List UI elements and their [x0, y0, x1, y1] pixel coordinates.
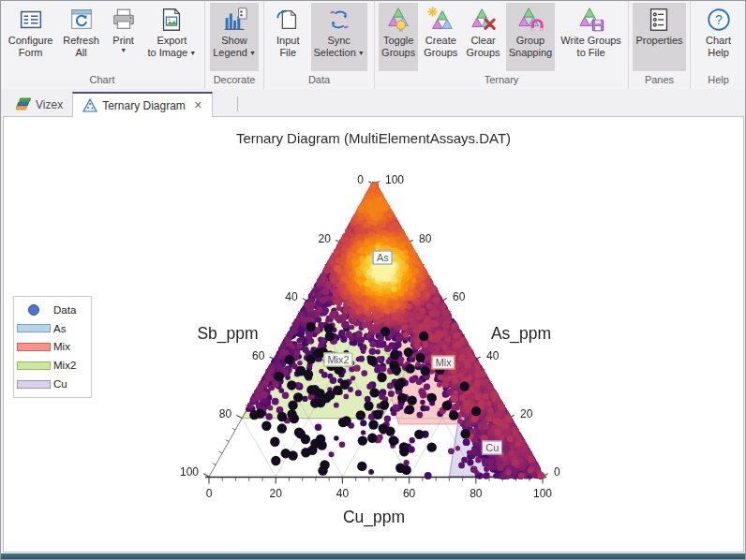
- chart-panel: Ternary Diagram (MultiElementAssays.DAT)…: [3, 116, 744, 553]
- data-point-marker: [28, 304, 39, 316]
- legend-item-mix: Mix: [14, 339, 91, 354]
- close-tab-icon[interactable]: ✕: [194, 99, 202, 111]
- button-label: Snapping: [509, 47, 553, 59]
- region-label-cu: Cu: [482, 440, 502, 454]
- document-tab-bar: Vizex Ternary Diagram ✕: [0, 89, 746, 116]
- left-axis-title: Sb_ppm: [197, 324, 258, 344]
- create-groups-button[interactable]: Create Groups: [421, 3, 460, 71]
- button-label: to Image: [147, 47, 187, 58]
- toggle-groups-icon: [384, 6, 412, 34]
- tab-ternary-diagram[interactable]: Ternary Diagram ✕: [72, 92, 213, 117]
- ribbon-group-data: Input File Sync Selection▼ Data: [264, 0, 375, 89]
- ternary-diagram-icon: [82, 98, 97, 112]
- button-label: All: [75, 47, 86, 59]
- button-label: Properties: [635, 35, 682, 47]
- svg-text:?: ?: [715, 12, 723, 27]
- button-label: Groups: [466, 47, 500, 59]
- configure-form-icon: [17, 6, 45, 34]
- button-label: Groups: [424, 47, 457, 59]
- ribbon-group-help: ? Chart Help Help: [691, 0, 746, 89]
- region-label-mix2: Mix2: [323, 353, 352, 367]
- button-label: Show: [221, 35, 247, 47]
- button-label: Sync: [327, 35, 350, 47]
- chart-help-icon: ?: [705, 6, 733, 34]
- tab-label: Ternary Diagram: [102, 99, 186, 112]
- group-label-chart: Chart: [0, 72, 204, 89]
- button-label: Configure: [8, 35, 53, 47]
- legend-item-cu: Cu: [14, 376, 91, 391]
- write-groups-to-file-icon: [577, 6, 605, 34]
- export-to-image-button[interactable]: Export to Image▼: [144, 3, 199, 71]
- mix-swatch: [17, 343, 51, 351]
- dropdown-caret-icon: ▼: [358, 50, 365, 56]
- right-axis-title: As_ppm: [491, 324, 551, 344]
- group-snapping-icon: [516, 6, 545, 34]
- button-label: Print: [112, 35, 134, 47]
- refresh-all-button[interactable]: Refresh All: [60, 3, 102, 71]
- sync-selection-icon: [325, 6, 353, 34]
- group-label-data: Data: [264, 72, 374, 89]
- legend-item-as: As: [14, 321, 91, 336]
- tab-label: Vizex: [36, 98, 63, 111]
- as-swatch: [17, 324, 51, 332]
- show-legend-icon: [220, 6, 248, 34]
- chart-help-button[interactable]: ? Chart Help: [702, 3, 736, 71]
- button-label: Toggle: [383, 35, 413, 47]
- button-label: Input: [276, 35, 299, 47]
- button-label: Groups: [381, 47, 415, 59]
- ribbon-group-ternary: Toggle Groups Create Groups: [375, 0, 629, 89]
- ribbon-group-panes: Properties Panes: [629, 0, 691, 89]
- group-label-panes: Panes: [629, 72, 690, 89]
- print-button[interactable]: Print ▼: [107, 3, 141, 71]
- button-label: Help: [708, 47, 729, 59]
- button-label: Clear: [470, 35, 495, 47]
- create-groups-icon: [426, 6, 455, 34]
- group-snapping-button[interactable]: Group Snapping: [506, 3, 556, 71]
- ternary-plot-canvas[interactable]: [4, 117, 743, 552]
- button-label: Refresh: [63, 35, 99, 47]
- status-bar: [0, 553, 746, 560]
- properties-button[interactable]: Properties: [633, 3, 685, 71]
- input-file-button[interactable]: Input File: [271, 3, 305, 71]
- dropdown-caret-icon: ▼: [120, 47, 127, 54]
- write-groups-to-file-button[interactable]: Write Groups to File: [558, 3, 624, 71]
- dropdown-caret-icon: ▼: [249, 50, 256, 56]
- legend-item-data: Data: [14, 302, 91, 317]
- button-label: Selection: [314, 47, 356, 58]
- show-legend-button[interactable]: Show Legend▼: [210, 3, 259, 71]
- print-icon: [110, 6, 138, 34]
- ribbon-toolbar: Configure Form Refresh All: [0, 0, 746, 89]
- refresh-all-icon: [67, 6, 96, 34]
- sync-selection-button[interactable]: Sync Selection▼: [311, 3, 367, 71]
- region-label-mix: Mix: [432, 356, 455, 370]
- button-label: Create: [425, 35, 456, 47]
- button-label: to File: [577, 47, 605, 59]
- export-to-image-icon: [157, 6, 186, 34]
- properties-icon: [645, 6, 673, 34]
- clear-groups-button[interactable]: Clear Groups: [463, 3, 502, 71]
- cu-swatch: [17, 380, 51, 389]
- configure-form-button[interactable]: Configure Form: [6, 3, 56, 71]
- button-label: Legend: [213, 47, 247, 58]
- vizex-icon: [16, 97, 31, 111]
- region-label-as: As: [373, 251, 393, 265]
- button-label: Group: [516, 35, 545, 47]
- ribbon-group-decorate: Show Legend▼ Decorate: [205, 0, 264, 89]
- tab-vizex[interactable]: Vizex: [7, 93, 72, 116]
- group-label-ternary: Ternary: [375, 72, 628, 89]
- button-label: Export: [157, 35, 186, 47]
- chart-legend: Data As Mix Mix2 Cu: [13, 296, 92, 398]
- input-file-icon: [274, 6, 302, 34]
- mix2-swatch: [17, 361, 51, 370]
- button-label: File: [279, 47, 296, 59]
- button-label: Form: [19, 47, 43, 59]
- button-label: Write Groups: [560, 35, 621, 47]
- bottom-axis-title: Cu_ppm: [343, 508, 405, 527]
- chart-title: Ternary Diagram (MultiElementAssays.DAT): [4, 130, 743, 146]
- toggle-groups-button[interactable]: Toggle Groups: [379, 3, 418, 71]
- legend-item-mix2: Mix2: [14, 358, 91, 373]
- tab-separator: [237, 96, 238, 111]
- group-label-help: Help: [691, 72, 746, 89]
- dropdown-caret-icon: ▼: [189, 50, 196, 56]
- group-label-decorate: Decorate: [205, 72, 263, 89]
